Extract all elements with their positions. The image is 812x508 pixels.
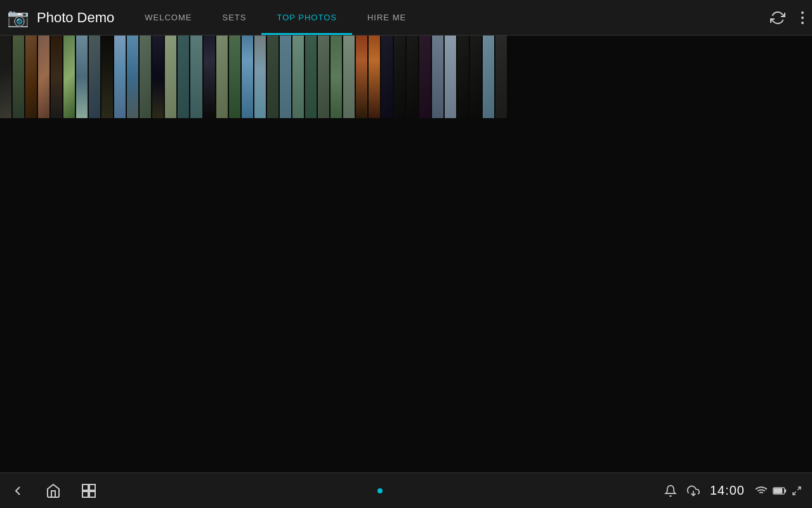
photo-cell[interactable] [114,36,126,118]
photo-thumbnail [190,36,202,118]
photo-cell[interactable] [127,36,138,118]
photo-cell[interactable] [419,36,431,118]
photo-cell[interactable] [254,36,266,118]
photo-row-1 [0,36,100,471]
photo-thumbnail [76,36,88,118]
status-info: 14:00 [664,483,802,498]
app-icon: 📷 [5,5,30,30]
recents-button[interactable] [81,483,96,498]
refresh-button[interactable] [768,8,788,28]
notification-icon [664,485,677,497]
page-dot [377,488,383,493]
photo-cell[interactable] [216,36,228,118]
photo-thumbnail [102,36,113,118]
photo-cell[interactable] [76,36,88,118]
photo-thumbnail [445,36,456,118]
photo-cell[interactable] [318,36,329,118]
more-options-button[interactable] [798,8,807,28]
photo-cell[interactable] [445,36,456,118]
photo-cell[interactable] [305,36,317,118]
photo-thumbnail [381,36,393,118]
photo-cell[interactable] [0,36,11,118]
photo-cell[interactable] [204,36,215,118]
back-button[interactable] [10,483,25,498]
photo-cell[interactable] [495,36,507,118]
photo-thumbnail [356,36,367,118]
photo-thumbnail [495,36,507,118]
photo-cell[interactable] [152,36,164,118]
photo-cell[interactable] [343,36,355,118]
photo-cell[interactable] [267,36,278,118]
photo-cell[interactable] [432,36,443,118]
photo-cell[interactable] [63,36,75,118]
photo-thumbnail [165,36,176,118]
svg-point-1 [801,17,804,19]
clock: 14:00 [710,483,745,498]
photo-thumbnail [89,36,100,118]
photo-thumbnail [369,36,380,118]
svg-rect-6 [89,491,95,497]
photo-cell[interactable] [38,36,49,118]
photo-cell[interactable] [369,36,380,118]
photo-cell[interactable] [13,36,24,118]
photo-thumbnail [254,36,266,118]
nav-right [768,8,807,28]
photo-cell[interactable] [102,36,113,118]
photo-thumbnail [152,36,164,118]
nav-tabs: WELCOME SETS TOP PHOTOS HIrE ME [129,0,421,35]
photo-cell[interactable] [89,36,100,118]
refresh-icon [770,10,785,25]
nav-controls [10,483,96,498]
photo-cell[interactable] [407,36,418,118]
photo-cell[interactable] [280,36,291,118]
photo-thumbnail [343,36,355,118]
expand-icon [792,486,802,496]
tab-welcome[interactable]: WELCOME [129,0,207,35]
photo-cell[interactable] [140,36,151,118]
photo-cell[interactable] [178,36,189,118]
photo-cell[interactable] [242,36,253,118]
photo-cell[interactable] [381,36,393,118]
photo-thumbnail [242,36,253,118]
tab-sets[interactable]: SETS [207,0,261,35]
tab-top-photos[interactable]: TOP PHOTOS [261,0,352,35]
photo-cell[interactable] [457,36,469,118]
home-button[interactable] [46,483,61,498]
svg-rect-5 [82,491,88,497]
photo-cell[interactable] [190,36,202,118]
photo-thumbnail [51,36,62,118]
photo-cell[interactable] [483,36,494,118]
app-title: Photo Demo [37,10,114,26]
photo-cell[interactable] [165,36,176,118]
photo-thumbnail [25,36,37,118]
photo-cell[interactable] [394,36,405,118]
photo-cell[interactable] [25,36,37,118]
photo-thumbnail [229,36,240,118]
photo-cell[interactable] [331,36,342,118]
photo-cell[interactable] [470,36,481,118]
photo-cell[interactable] [292,36,304,118]
photo-thumbnail [38,36,49,118]
photo-thumbnail [127,36,138,118]
svg-line-13 [793,491,796,495]
statusbar: 14:00 [0,472,812,508]
photo-thumbnail [394,36,405,118]
photo-thumbnail [140,36,151,118]
svg-rect-10 [785,489,787,492]
photo-row-3 [204,36,304,471]
photo-thumbnail [178,36,189,118]
photo-row-4 [305,36,405,471]
tab-hire-me[interactable]: HIrE ME [352,0,421,35]
photo-thumbnail [331,36,342,118]
svg-line-12 [797,487,801,490]
photo-cell[interactable] [51,36,62,118]
photo-cell[interactable] [356,36,367,118]
photo-thumbnail [432,36,443,118]
photo-grid [0,36,812,472]
photo-cell[interactable] [229,36,240,118]
download-icon [687,485,700,497]
photo-thumbnail [13,36,24,118]
svg-point-0 [801,11,804,14]
photo-thumbnail [318,36,329,118]
wifi-icon [755,485,768,497]
